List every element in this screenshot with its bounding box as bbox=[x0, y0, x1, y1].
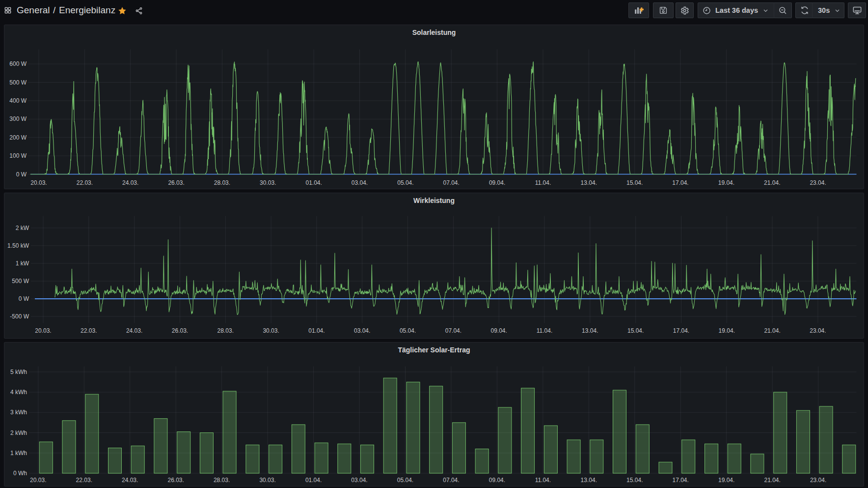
svg-text:21.04.: 21.04. bbox=[764, 179, 780, 186]
svg-text:01.04.: 01.04. bbox=[308, 327, 325, 334]
svg-text:28.03.: 28.03. bbox=[217, 327, 234, 334]
svg-text:07.04.: 07.04. bbox=[445, 327, 461, 334]
svg-text:11.04.: 11.04. bbox=[535, 179, 551, 186]
svg-text:21.04.: 21.04. bbox=[764, 477, 781, 484]
svg-text:0 W: 0 W bbox=[16, 171, 27, 177]
svg-text:17.04.: 17.04. bbox=[672, 179, 688, 186]
svg-text:09.04.: 09.04. bbox=[489, 477, 505, 484]
svg-text:05.04.: 05.04. bbox=[400, 327, 416, 334]
svg-text:17.04.: 17.04. bbox=[673, 477, 689, 484]
svg-text:28.03.: 28.03. bbox=[214, 179, 230, 186]
svg-text:15.04.: 15.04. bbox=[626, 477, 643, 484]
svg-text:0 Wh: 0 Wh bbox=[13, 470, 27, 477]
svg-text:24.03.: 24.03. bbox=[126, 327, 142, 334]
svg-text:500 W: 500 W bbox=[12, 278, 29, 285]
svg-text:100 W: 100 W bbox=[9, 152, 27, 159]
svg-text:09.04.: 09.04. bbox=[491, 327, 507, 334]
svg-text:26.03.: 26.03. bbox=[168, 179, 184, 186]
svg-text:26.03.: 26.03. bbox=[172, 327, 188, 334]
svg-text:01.04.: 01.04. bbox=[306, 179, 322, 186]
svg-text:1 kWh: 1 kWh bbox=[10, 450, 27, 457]
svg-text:21.04.: 21.04. bbox=[764, 327, 780, 334]
svg-text:15.04.: 15.04. bbox=[627, 327, 644, 334]
svg-text:19.04.: 19.04. bbox=[718, 477, 734, 484]
svg-text:11.04.: 11.04. bbox=[537, 327, 552, 334]
svg-text:03.04.: 03.04. bbox=[354, 327, 370, 334]
svg-text:23.04.: 23.04. bbox=[810, 179, 826, 186]
svg-text:400 W: 400 W bbox=[9, 97, 27, 104]
svg-text:0 W: 0 W bbox=[19, 295, 29, 302]
svg-text:19.04.: 19.04. bbox=[719, 327, 735, 334]
svg-text:30.03.: 30.03. bbox=[260, 179, 276, 186]
svg-text:13.04.: 13.04. bbox=[581, 179, 597, 186]
svg-text:26.03.: 26.03. bbox=[168, 477, 184, 484]
svg-text:05.04.: 05.04. bbox=[397, 179, 413, 186]
svg-text:-500 W: -500 W bbox=[10, 313, 29, 320]
svg-text:200 W: 200 W bbox=[9, 134, 27, 141]
svg-text:28.03.: 28.03. bbox=[214, 477, 230, 484]
svg-text:30.03.: 30.03. bbox=[259, 477, 275, 484]
svg-text:13.04.: 13.04. bbox=[582, 327, 598, 334]
svg-text:24.03.: 24.03. bbox=[122, 477, 138, 484]
svg-text:2 kWh: 2 kWh bbox=[10, 430, 27, 436]
svg-text:19.04.: 19.04. bbox=[718, 179, 734, 186]
svg-text:1 kW: 1 kW bbox=[16, 259, 29, 266]
svg-text:13.04.: 13.04. bbox=[581, 477, 597, 484]
svg-text:5 kWh: 5 kWh bbox=[10, 369, 27, 375]
svg-text:4 kWh: 4 kWh bbox=[10, 389, 27, 396]
svg-text:03.04.: 03.04. bbox=[352, 179, 368, 186]
svg-text:2 kW: 2 kW bbox=[16, 224, 29, 231]
svg-text:20.03.: 20.03. bbox=[30, 477, 46, 484]
svg-text:22.03.: 22.03. bbox=[77, 179, 93, 186]
svg-text:20.03.: 20.03. bbox=[30, 179, 47, 186]
svg-text:22.03.: 22.03. bbox=[76, 477, 92, 484]
svg-text:01.04.: 01.04. bbox=[305, 477, 322, 484]
svg-text:09.04.: 09.04. bbox=[489, 179, 505, 186]
svg-text:3 kWh: 3 kWh bbox=[10, 409, 27, 416]
svg-text:07.04.: 07.04. bbox=[443, 179, 460, 186]
svg-text:600 W: 600 W bbox=[9, 60, 27, 67]
svg-text:05.04.: 05.04. bbox=[397, 477, 413, 484]
svg-text:300 W: 300 W bbox=[9, 115, 27, 122]
svg-text:30.03.: 30.03. bbox=[263, 327, 279, 334]
svg-text:15.04.: 15.04. bbox=[626, 179, 643, 186]
svg-text:17.04.: 17.04. bbox=[673, 327, 689, 334]
svg-text:11.04.: 11.04. bbox=[535, 477, 551, 484]
svg-text:20.03.: 20.03. bbox=[35, 327, 51, 334]
svg-text:500 W: 500 W bbox=[9, 79, 27, 86]
svg-text:03.04.: 03.04. bbox=[351, 477, 367, 484]
svg-text:24.03.: 24.03. bbox=[122, 179, 138, 186]
svg-text:07.04.: 07.04. bbox=[443, 477, 459, 484]
svg-text:23.04.: 23.04. bbox=[810, 477, 826, 484]
svg-text:22.03.: 22.03. bbox=[81, 327, 97, 334]
svg-text:1.50 kW: 1.50 kW bbox=[7, 242, 29, 249]
svg-text:23.04.: 23.04. bbox=[810, 327, 826, 334]
